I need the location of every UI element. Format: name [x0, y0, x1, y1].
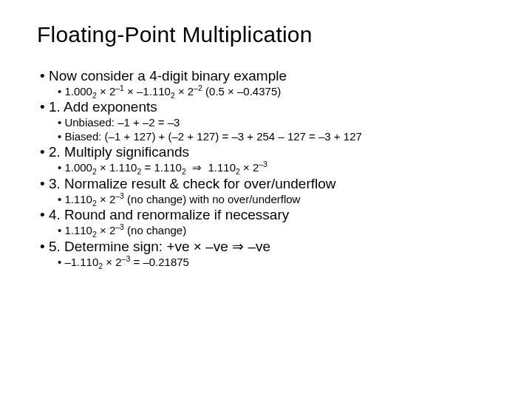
bullet-level2: –1.1102 × 2–3 = –0.21875 [37, 256, 502, 268]
slide-body: Now consider a 4-digit binary example1.0… [37, 68, 502, 268]
bullet-level2: 1.0002 × 1.1102 = 1.1102 ⇒ 1.1102 × 2–3 [37, 161, 502, 174]
slide-title: Floating-Point Multiplication [37, 22, 502, 47]
bullet-level1: 1. Add exponents [37, 99, 502, 115]
bullet-level1: 3. Normalize result & check for over/und… [37, 176, 502, 192]
slide: Floating-Point Multiplication Now consid… [0, 0, 532, 399]
bullet-level1: 2. Multiply significands [37, 144, 502, 160]
bullet-level2: 1.1102 × 2–3 (no change) with no over/un… [37, 193, 502, 205]
bullet-level2: Unbiased: –1 + –2 = –3 [37, 116, 502, 129]
bullet-level1: 5. Determine sign: +ve × –ve ⇒ –ve [37, 238, 502, 255]
bullet-level1: Now consider a 4-digit binary example [37, 68, 502, 84]
bullet-level1: 4. Round and renormalize if necessary [37, 207, 502, 223]
bullet-level2: Biased: (–1 + 127) + (–2 + 127) = –3 + 2… [37, 130, 502, 143]
bullet-level2: 1.0002 × 2–1 × –1.1102 × 2–2 (0.5 × –0.4… [37, 85, 502, 98]
bullet-level2: 1.1102 × 2–3 (no change) [37, 224, 502, 236]
